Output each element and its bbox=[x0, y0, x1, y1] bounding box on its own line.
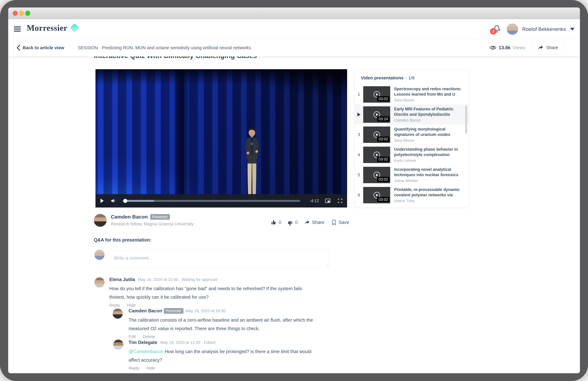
playlist-item-number: 3 bbox=[355, 132, 363, 137]
eye-icon bbox=[489, 45, 497, 50]
playlist-position: - 1/6 bbox=[406, 75, 415, 80]
playlist-item-4[interactable]: 4 03:02 Understanding phase behavior in … bbox=[355, 145, 469, 165]
composer-avatar bbox=[94, 250, 105, 260]
bookmark-icon bbox=[332, 220, 336, 225]
video-title: Printable, re-processable dynamic covale… bbox=[394, 187, 465, 198]
video-player[interactable]: -4:12 bbox=[95, 69, 347, 208]
chevron-left-icon bbox=[16, 45, 20, 51]
comment-meta: May 16, 2020 at 18:30 bbox=[186, 309, 226, 313]
playlist-item-1[interactable]: 1 03:02 Spectroscopy and redox reactions… bbox=[355, 84, 469, 105]
share-icon bbox=[538, 45, 544, 50]
playlist-item-6[interactable]: 6 03:02 Printable, re-processable dynami… bbox=[355, 185, 469, 205]
video-thumbnail[interactable]: 03:02 bbox=[363, 147, 390, 163]
share-label: Share bbox=[312, 220, 324, 225]
back-to-article-link[interactable]: Back to article view bbox=[16, 39, 64, 56]
now-playing-icon bbox=[357, 113, 360, 117]
playlist-title: Video presentations bbox=[361, 75, 403, 80]
video-author: Jolina Winkler bbox=[394, 178, 465, 183]
delete-link[interactable]: Delete bbox=[143, 334, 155, 339]
playlist-item-number: 5 bbox=[355, 172, 363, 177]
notifications-button[interactable]: 3 bbox=[493, 24, 501, 34]
macos-titlebar bbox=[8, 7, 580, 19]
hide-link[interactable]: Hide bbox=[127, 303, 136, 308]
fullscreen-icon[interactable] bbox=[338, 198, 343, 203]
playlist-item-number: 6 bbox=[355, 192, 363, 197]
playlist-panel: Video presentations - 1/6 1 03:02 Spectr… bbox=[355, 69, 469, 208]
video-title: Early MRI Features of Pediatric Discitis… bbox=[394, 106, 465, 117]
video-author: Sara Moore bbox=[394, 138, 465, 143]
menu-icon[interactable] bbox=[14, 26, 21, 32]
presenter-badge: Presenter bbox=[150, 214, 170, 220]
commenter-avatar bbox=[113, 309, 123, 319]
progress-bar[interactable] bbox=[123, 200, 300, 202]
session-toolbar: Back to article view SESSION · Predictin… bbox=[8, 39, 580, 56]
comment-meta: May 16, 2020 at 15:40 · Waiting for appr… bbox=[138, 277, 217, 282]
video-title: Understanding phase behavior in polyelec… bbox=[394, 147, 465, 157]
reply-link[interactable]: Reply bbox=[109, 303, 120, 308]
share-button[interactable]: Share bbox=[531, 41, 565, 54]
comment-body: The calibration consists of a zero-airfl… bbox=[128, 316, 343, 333]
playlist-item-5[interactable]: 5 03:02 Incorporating novel analytical t… bbox=[355, 165, 469, 185]
comment-author[interactable]: Camden Bacon bbox=[128, 308, 162, 314]
presenter-name[interactable]: Camden Bacon bbox=[111, 214, 148, 220]
chevron-down-icon[interactable] bbox=[570, 28, 575, 31]
save-button[interactable]: Save bbox=[332, 220, 349, 225]
video-thumbnail[interactable]: 03:02 bbox=[363, 187, 390, 203]
user-name: Roelof Bekkenenks bbox=[522, 26, 566, 32]
video-author: Karin Lehner bbox=[394, 158, 465, 163]
video-thumbnail[interactable]: 03:02 bbox=[363, 86, 390, 103]
commenter-avatar bbox=[113, 339, 123, 350]
video-title: Incorporating novel analytical technique… bbox=[394, 167, 465, 177]
hide-link[interactable]: Hide bbox=[147, 366, 155, 371]
share-presentation-button[interactable]: Share bbox=[304, 220, 324, 225]
back-label: Back to article view bbox=[23, 45, 64, 50]
qa-heading: Q&A for this presentation: bbox=[94, 237, 151, 243]
share-label: Share bbox=[546, 45, 558, 50]
app-viewport: Morressier 3 Roelof Bekkenenks bbox=[8, 19, 580, 373]
notification-badge: 3 bbox=[490, 28, 497, 35]
share-icon bbox=[304, 220, 310, 225]
comment-author[interactable]: Elena Jutila bbox=[109, 277, 135, 282]
like-button[interactable]: 0 bbox=[271, 219, 281, 225]
close-window-button[interactable] bbox=[13, 11, 18, 16]
playlist-scrollbar[interactable] bbox=[465, 106, 467, 134]
comment-body: @Camdenbacon How long can the analysis b… bbox=[128, 347, 343, 364]
playlist-item-3[interactable]: 3 03:02 Quantifying morphological signat… bbox=[355, 125, 469, 145]
video-author: Hatice Tunç bbox=[394, 199, 465, 203]
comment-input[interactable] bbox=[109, 250, 329, 268]
engagement-bar: 0 0 Share S bbox=[271, 219, 349, 225]
video-title: Quantifying morphological signatures of … bbox=[394, 127, 465, 137]
reply-link[interactable]: Reply bbox=[128, 366, 139, 371]
play-button[interactable] bbox=[100, 198, 104, 203]
mention-link[interactable]: @Camdenbacon bbox=[128, 349, 163, 354]
minimize-window-button[interactable] bbox=[19, 11, 24, 16]
logo-diamond-icon bbox=[70, 23, 79, 33]
playlist-item-2-active[interactable]: 03:24 Early MRI Features of Pediatric Di… bbox=[355, 105, 469, 125]
video-thumbnail[interactable]: 03:24 bbox=[363, 106, 390, 123]
duration-badge: 03:02 bbox=[377, 157, 389, 162]
presenter-avatar[interactable] bbox=[94, 214, 107, 227]
comment-2: Camden Bacon Presenter May 16, 2020 at 1… bbox=[128, 308, 343, 339]
video-thumbnail[interactable]: 03:02 bbox=[363, 167, 390, 183]
progress-handle[interactable] bbox=[123, 199, 127, 203]
volume-icon[interactable] bbox=[111, 198, 116, 204]
edit-link[interactable]: Edit bbox=[128, 334, 136, 339]
user-avatar[interactable] bbox=[507, 23, 518, 35]
dislike-count: 0 bbox=[295, 220, 297, 225]
duration-badge: 03:02 bbox=[377, 96, 389, 102]
commenter-avatar bbox=[94, 277, 105, 287]
browser-window: Morressier 3 Roelof Bekkenenks bbox=[8, 7, 580, 373]
dislike-button[interactable]: 0 bbox=[287, 219, 297, 225]
presenter-badge: Presenter bbox=[164, 308, 184, 314]
morressier-logo[interactable]: Morressier bbox=[27, 23, 78, 33]
playlist-item-number: 4 bbox=[355, 152, 363, 157]
comment-meta: May 18, 2020 at 12:40 · Edited bbox=[160, 340, 215, 345]
duration-badge: 03:02 bbox=[377, 177, 389, 182]
views-counter: 13.8k Views bbox=[489, 39, 525, 56]
time-remaining: -4:12 bbox=[306, 199, 319, 203]
comment-author[interactable]: Tim Delegate bbox=[128, 340, 157, 345]
video-thumbnail[interactable]: 03:02 bbox=[363, 127, 390, 143]
picture-in-picture-icon[interactable] bbox=[325, 198, 331, 203]
zoom-window-button[interactable] bbox=[25, 11, 30, 16]
presenter-affiliation: Research fellow, Magna Graecia Universit… bbox=[111, 222, 193, 227]
